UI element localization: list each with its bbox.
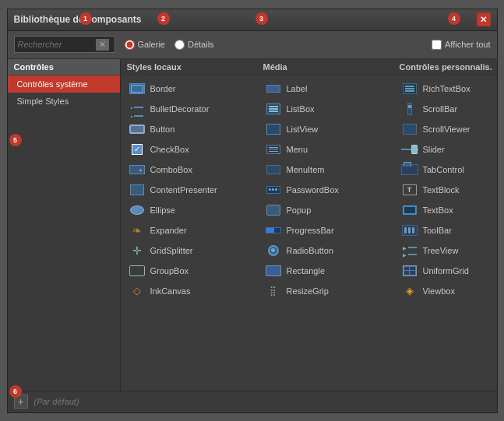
details-label: Détails [188, 40, 214, 49]
list-item[interactable]: ScrollBar [397, 99, 497, 119]
component-library-dialog: 1 2 3 4 5 6 Bibliothèque de composants ✕… [7, 9, 498, 413]
item-label: GridSplitter [150, 246, 193, 255]
view-options: Galerie Détails [125, 40, 214, 50]
list-item[interactable]: TabControl [397, 160, 497, 180]
item-icon [265, 264, 282, 278]
list-item[interactable]: Popup [260, 200, 397, 220]
item-icon [265, 102, 282, 116]
item-icon [129, 163, 146, 177]
item-icon [401, 203, 418, 217]
list-item[interactable]: GroupBox [124, 261, 260, 281]
item-label: Label [287, 84, 308, 93]
list-item[interactable]: Ellipse [124, 200, 260, 220]
item-icon [401, 82, 418, 96]
main-area: Contrôles Contrôles système Simple Style… [8, 59, 497, 391]
list-item[interactable]: RichTextBox [397, 79, 497, 99]
item-label: BulletDecorator [150, 104, 210, 114]
sidebar-header: Contrôles [8, 59, 120, 75]
list-item[interactable]: Slider [397, 139, 497, 160]
item-icon [401, 244, 418, 258]
list-item[interactable]: ComboBox [124, 160, 260, 180]
item-icon [265, 163, 282, 177]
gallery-radio[interactable] [125, 40, 135, 50]
annotation-5: 5 [9, 134, 22, 146]
annotation-1: 1 [79, 12, 92, 25]
annotation-3: 3 [256, 12, 268, 25]
item-label: Rectangle [287, 266, 326, 275]
list-item[interactable]: Menu [260, 139, 397, 160]
close-button[interactable]: ✕ [477, 12, 491, 26]
item-label: RichTextBox [423, 84, 471, 93]
list-item[interactable]: ProgressBar [260, 220, 397, 240]
list-item[interactable]: ✛GridSplitter [124, 240, 260, 261]
search-clear-button[interactable]: ✕ [96, 39, 109, 51]
item-icon [401, 102, 418, 116]
list-item[interactable]: TreeView [397, 240, 497, 261]
item-label: TextBox [423, 205, 453, 215]
item-label: TextBlock [423, 185, 460, 195]
item-label: ResizeGrip [287, 286, 329, 296]
search-box: ✕ [14, 36, 115, 53]
item-icon: ◈ [401, 284, 418, 298]
list-item[interactable]: RadioButton [260, 240, 397, 261]
list-item[interactable]: ✓CheckBox [124, 139, 260, 160]
list-item[interactable]: ⣿ResizeGrip [260, 281, 397, 301]
items-grid: BorderLabelRichTextBoxBulletDecoratorLis… [121, 75, 497, 391]
list-item[interactable]: Rectangle [260, 261, 397, 281]
item-label: Ellipse [150, 205, 175, 215]
list-item[interactable]: ListBox [260, 99, 397, 119]
item-label: Viewbox [423, 286, 455, 296]
sidebar: Contrôles Contrôles système Simple Style… [8, 59, 121, 391]
list-item[interactable]: Label [260, 79, 397, 99]
item-label: Button [150, 125, 175, 134]
item-label: InkCanvas [150, 286, 191, 296]
list-item[interactable]: Button [124, 119, 260, 139]
item-icon [129, 122, 146, 136]
item-label: GroupBox [150, 266, 189, 275]
list-item[interactable]: PasswordBox [260, 180, 397, 200]
item-label: ScrollViewer [423, 125, 471, 134]
item-icon: ◇ [129, 284, 146, 298]
list-item[interactable]: ToolBar [397, 220, 497, 240]
item-icon [129, 102, 146, 116]
details-radio[interactable] [174, 40, 185, 50]
sidebar-item-system-controls[interactable]: Contrôles système [8, 75, 120, 93]
annotation-4: 4 [448, 12, 460, 25]
sidebar-item-simple-styles[interactable]: Simple Styles [8, 93, 120, 110]
list-item[interactable]: ListView [260, 119, 397, 139]
item-icon [129, 203, 146, 217]
gallery-radio-label[interactable]: Galerie [125, 40, 165, 50]
item-label: Border [150, 84, 176, 93]
item-label: TreeView [423, 246, 459, 255]
item-icon [129, 82, 146, 96]
item-icon: ✓ [129, 142, 146, 156]
list-item[interactable]: MenuItem [260, 160, 397, 180]
search-input[interactable] [18, 40, 96, 49]
show-all-text: Afficher tout [445, 40, 491, 49]
list-item[interactable]: ContentPresenter [124, 180, 260, 200]
gallery-label: Galerie [138, 40, 165, 49]
list-item[interactable]: Border [124, 79, 260, 99]
list-item[interactable]: TextBox [397, 200, 497, 220]
list-item[interactable]: ScrollViewer [397, 119, 497, 139]
list-item[interactable]: ◇InkCanvas [124, 281, 260, 301]
show-all-label[interactable]: Afficher tout [432, 40, 491, 50]
item-label: ListBox [287, 104, 315, 114]
list-item[interactable]: ❧Expander [124, 220, 260, 240]
item-icon [265, 142, 282, 156]
details-radio-label[interactable]: Détails [174, 40, 214, 50]
item-label: ScrollBar [423, 104, 458, 114]
content-grid-body: BorderLabelRichTextBoxBulletDecoratorLis… [121, 75, 497, 304]
show-all-checkbox[interactable] [432, 40, 442, 50]
item-label: PasswordBox [287, 185, 339, 195]
item-label: TabControl [423, 165, 464, 174]
item-label: Slider [423, 145, 445, 154]
list-item[interactable]: UniformGrid [397, 261, 497, 281]
list-item[interactable]: BulletDecorator [124, 99, 260, 119]
list-item[interactable]: TTextBlock [397, 180, 497, 200]
item-icon [265, 82, 282, 96]
item-label: ContentPresenter [150, 185, 217, 195]
list-item[interactable]: ◈Viewbox [397, 281, 497, 301]
item-icon [265, 203, 282, 217]
item-icon [401, 163, 418, 177]
